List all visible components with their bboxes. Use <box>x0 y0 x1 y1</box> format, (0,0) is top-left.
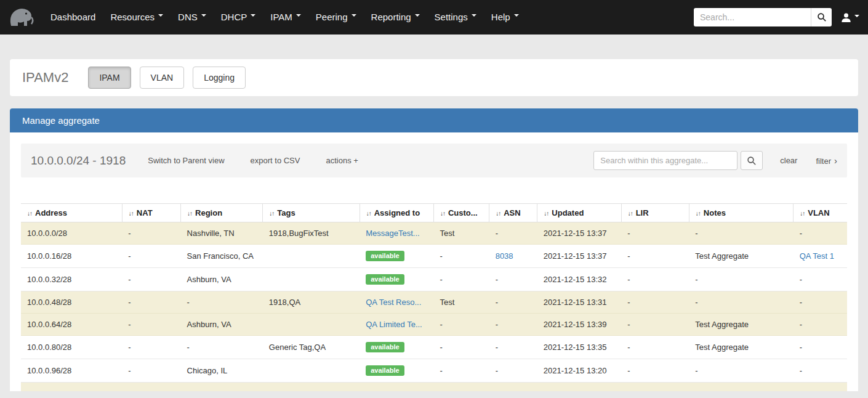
view-tabs: IPAMVLANLogging <box>88 67 254 89</box>
nav-item-dashboard[interactable]: Dashboard <box>43 0 103 35</box>
status-badge: available <box>366 365 404 376</box>
user-icon <box>840 12 852 23</box>
column-header-lir[interactable]: ↓↑LIR <box>621 204 689 222</box>
table-row: 10.0.0.64/28-Ashburn, VAQA Limited Te...… <box>21 314 847 336</box>
cell-link[interactable]: MessageTest... <box>366 229 419 238</box>
nav-right <box>694 8 868 26</box>
column-header-tags[interactable]: ↓↑Tags <box>263 204 360 222</box>
table-row: 10.0.0.0/28-Nashville, TN1918,BugFixTest… <box>21 222 847 245</box>
chevron-down-icon <box>296 14 301 19</box>
top-navbar: DashboardResourcesDNSDHCPIPAMPeeringRepo… <box>0 0 868 35</box>
column-header-region[interactable]: ↓↑Region <box>181 204 263 222</box>
page-title: IPAMv2 <box>22 70 68 86</box>
chevron-down-icon <box>514 14 519 19</box>
chevron-down-icon <box>251 14 255 19</box>
column-header-assignedto[interactable]: ↓↑Assigned to <box>360 204 433 222</box>
nav-item-settings[interactable]: Settings <box>427 0 484 35</box>
sort-icon: ↓↑ <box>27 210 32 217</box>
sort-icon: ↓↑ <box>440 210 445 217</box>
table-row: 10.0.0.32/28-Ashburn, VAavailable--2021-… <box>21 268 847 291</box>
nav-item-resources[interactable]: Resources <box>103 0 171 35</box>
chevron-down-icon <box>854 15 859 20</box>
aggregate-toolbar: 10.0.0.0/24 - 1918 Switch to Parent view… <box>21 144 847 177</box>
aggregate-search-button[interactable] <box>741 151 763 170</box>
app-logo[interactable] <box>0 0 41 35</box>
chevron-down-icon <box>472 14 476 19</box>
cell-link[interactable]: QA Test 1 <box>800 251 834 261</box>
sort-icon: ↓↑ <box>269 210 274 217</box>
search-button[interactable] <box>811 8 832 26</box>
chevron-down-icon <box>415 14 420 19</box>
tab-vlan[interactable]: VLAN <box>140 67 185 89</box>
table-row-partial <box>21 383 847 391</box>
filter-link[interactable]: filter› <box>816 155 837 166</box>
nav-item-ipam[interactable]: IPAM <box>263 0 308 35</box>
panel-title: Manage aggregate <box>10 108 858 132</box>
column-header-asn[interactable]: ↓↑ASN <box>489 204 537 222</box>
status-badge: available <box>366 342 404 352</box>
table-row: 10.0.0.80/28--Generic Tag,QAavailable--2… <box>21 336 847 359</box>
page-content: IPAMv2 IPAMVLANLogging Manage aggregate … <box>0 35 868 391</box>
manage-aggregate-panel: Manage aggregate 10.0.0.0/24 - 1918 Swit… <box>10 108 858 391</box>
ipam-header-panel: IPAMv2 IPAMVLANLogging <box>10 59 858 96</box>
nav-item-dhcp[interactable]: DHCP <box>214 0 263 35</box>
sort-icon: ↓↑ <box>496 210 500 217</box>
mammoth-logo-icon <box>6 5 34 30</box>
tab-ipam[interactable]: IPAM <box>88 67 131 89</box>
column-header-vlan[interactable]: ↓↑VLAN <box>794 204 847 222</box>
nav-item-dns[interactable]: DNS <box>171 0 214 35</box>
column-header-address[interactable]: ↓↑Address <box>21 204 122 222</box>
table-row: 10.0.0.48/28--1918,QAQA Test Reso...Test… <box>21 291 847 314</box>
nav-item-reporting[interactable]: Reporting <box>364 0 427 35</box>
chevron-down-icon <box>158 14 163 19</box>
cell-link[interactable]: 8038 <box>496 251 513 261</box>
aggregate-title: 10.0.0.0/24 - 1918 <box>31 154 126 168</box>
nav-items: DashboardResourcesDNSDHCPIPAMPeeringRepo… <box>41 0 526 35</box>
cell-link[interactable]: QA Limited Te... <box>366 320 422 329</box>
actions-menu-link[interactable]: actions + <box>326 156 358 165</box>
aggregate-table-body: 10.0.0.0/28-Nashville, TN1918,BugFixTest… <box>21 222 847 383</box>
export-csv-link[interactable]: export to CSV <box>251 156 300 165</box>
sort-icon: ↓↑ <box>129 210 134 217</box>
chevron-down-icon <box>352 14 356 19</box>
nav-item-peering[interactable]: Peering <box>308 0 364 35</box>
column-header-custo[interactable]: ↓↑Custo... <box>433 204 489 222</box>
status-badge: available <box>366 274 404 285</box>
sort-icon: ↓↑ <box>366 210 371 217</box>
aggregate-table: ↓↑Address↓↑NAT↓↑Region↓↑Tags↓↑Assigned t… <box>21 203 847 383</box>
search-input[interactable] <box>694 8 811 26</box>
clear-link[interactable]: clear <box>780 156 797 165</box>
search-icon <box>817 12 827 22</box>
aggregate-search-input[interactable] <box>593 151 737 170</box>
table-row: 10.0.0.16/28-San Francisco, CAavailable-… <box>21 245 847 268</box>
column-header-nat[interactable]: ↓↑NAT <box>122 204 180 222</box>
switch-parent-view-link[interactable]: Switch to Parent view <box>148 156 224 165</box>
toolbar-right: clear filter› <box>593 151 837 170</box>
chevron-right-icon: › <box>834 155 837 166</box>
table-header-row: ↓↑Address↓↑NAT↓↑Region↓↑Tags↓↑Assigned t… <box>21 204 847 222</box>
user-menu-button[interactable] <box>840 12 859 23</box>
search-icon <box>747 156 757 166</box>
sort-icon: ↓↑ <box>800 210 805 217</box>
nav-item-help[interactable]: Help <box>484 0 526 35</box>
sort-icon: ↓↑ <box>696 210 701 217</box>
sort-icon: ↓↑ <box>628 210 633 217</box>
column-header-notes[interactable]: ↓↑Notes <box>689 204 793 222</box>
table-row: 10.0.0.96/28-Chicago, ILavailable--2021-… <box>21 359 847 383</box>
sort-icon: ↓↑ <box>544 210 549 217</box>
column-header-updated[interactable]: ↓↑Updated <box>537 204 621 222</box>
chevron-down-icon <box>201 14 206 19</box>
status-badge: available <box>366 251 404 261</box>
panel-body: 10.0.0.0/24 - 1918 Switch to Parent view… <box>10 132 858 391</box>
sort-icon: ↓↑ <box>187 210 192 217</box>
cell-link[interactable]: QA Test Reso... <box>366 298 421 307</box>
tab-logging[interactable]: Logging <box>193 67 246 89</box>
